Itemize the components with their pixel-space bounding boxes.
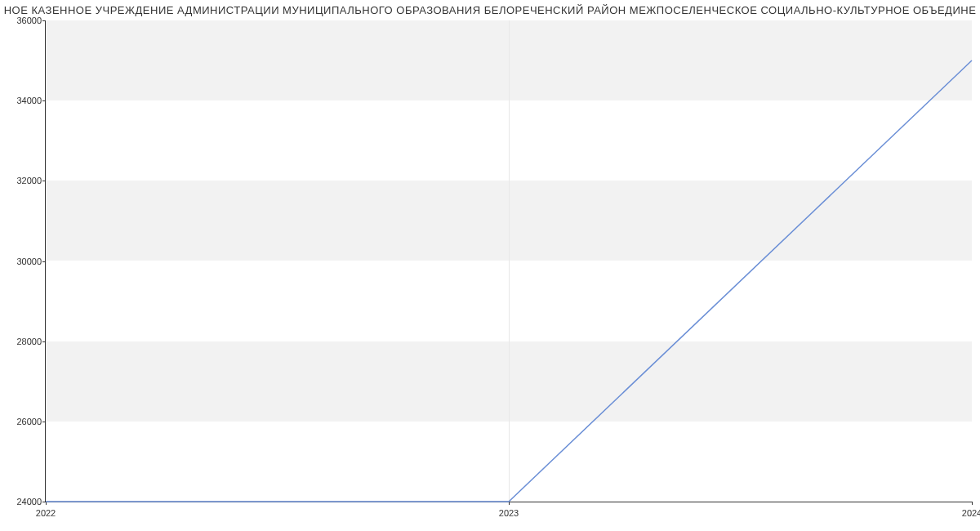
y-tick-label: 34000 [9,96,42,105]
x-tick-mark [972,502,973,505]
chart-title: НОЕ КАЗЕННОЕ УЧРЕЖДЕНИЕ АДМИНИСТРАЦИИ МУ… [4,4,977,16]
y-tick-label: 28000 [9,337,42,346]
y-tick-label: 36000 [9,16,42,25]
y-tick-label: 32000 [9,176,42,185]
plot-area: 36000 34000 32000 30000 28000 26000 2400… [45,20,972,502]
y-tick-label: 26000 [9,417,42,426]
chart-container: 36000 34000 32000 30000 28000 26000 2400… [45,20,972,502]
x-tick-label: 2022 [36,508,56,518]
x-tick-label: 2024 [962,508,980,518]
data-series-line [46,60,972,502]
y-tick-label: 24000 [9,497,42,506]
x-tick-label: 2023 [499,508,519,518]
line-chart-svg [46,20,972,502]
y-tick-label: 30000 [9,257,42,266]
